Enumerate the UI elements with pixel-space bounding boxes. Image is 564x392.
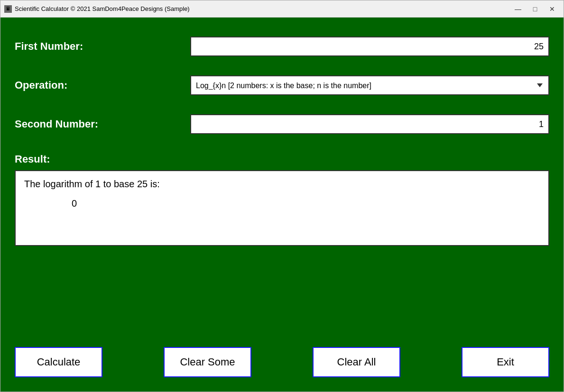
second-number-row: Second Number: [15,114,549,134]
app-icon: 🖩 [4,5,12,13]
first-number-row: First Number: [15,36,549,56]
button-row: Calculate Clear Some Clear All Exit [15,339,549,382]
operation-row: Operation: Log_{x}n [2 numbers: x is the… [15,75,549,95]
title-bar-controls: — □ ✕ [510,4,560,14]
operation-label: Operation: [15,79,190,91]
window-title: Scientific Calculator © 2021 SamDom4Peac… [15,5,190,12]
main-window: 🖩 Scientific Calculator © 2021 SamDom4Pe… [0,0,564,392]
title-bar: 🖩 Scientific Calculator © 2021 SamDom4Pe… [0,0,564,18]
result-box: The logarithm of 1 to base 25 is: 0 [15,170,549,246]
calculate-button[interactable]: Calculate [15,347,102,377]
first-number-input[interactable] [190,36,549,56]
result-section: Result: The logarithm of 1 to base 25 is… [15,153,549,246]
second-number-input[interactable] [190,114,549,134]
clear-all-button[interactable]: Clear All [313,347,400,377]
result-text: The logarithm of 1 to base 25 is: [24,179,540,190]
minimize-button[interactable]: — [510,4,526,14]
result-label: Result: [15,153,549,165]
second-number-label: Second Number: [15,118,190,130]
operation-select[interactable]: Log_{x}n [2 numbers: x is the base; n is… [190,75,549,95]
main-content: First Number: Operation: Log_{x}n [2 num… [0,18,564,392]
first-number-label: First Number: [15,40,190,53]
maximize-button[interactable]: □ [527,4,543,14]
result-value: 0 [72,198,540,209]
close-button[interactable]: ✕ [545,4,560,14]
exit-button[interactable]: Exit [462,347,549,377]
title-bar-left: 🖩 Scientific Calculator © 2021 SamDom4Pe… [4,5,190,13]
clear-some-button[interactable]: Clear Some [164,347,251,377]
